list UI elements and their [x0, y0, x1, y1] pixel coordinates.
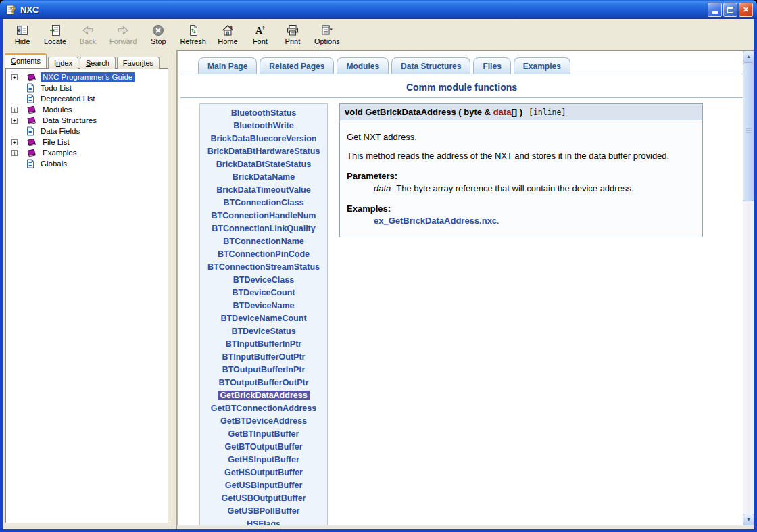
function-link[interactable]: BTInputBufferInPtr	[226, 339, 301, 349]
expand-plus-icon[interactable]	[11, 107, 18, 113]
forward-icon	[117, 24, 129, 37]
function-link[interactable]: BluetoothStatus	[231, 108, 297, 118]
scrollbar-thumb[interactable]	[743, 62, 754, 201]
function-link[interactable]: GetUSBPollBuffer	[228, 506, 300, 516]
hide-button[interactable]: Hide	[8, 23, 36, 47]
function-link[interactable]: BTDeviceNameCount	[220, 314, 306, 323]
function-link[interactable]: BTDeviceClass	[233, 275, 294, 285]
print-icon	[287, 24, 299, 37]
function-link[interactable]: GetBTDeviceAddress	[220, 416, 307, 426]
function-link-list: BluetoothStatus BluetoothWrite BrickData…	[199, 103, 328, 525]
content-pane: Main Page Related Pages Modules Data Str…	[177, 50, 754, 525]
function-link[interactable]: GetBTInputBuffer	[228, 429, 299, 439]
tree-item-label: Globals	[39, 159, 69, 168]
function-link[interactable]: GetHSOutputBuffer	[224, 468, 303, 477]
help-viewer-window: ? NXC ✕ Hide	[0, 0, 757, 532]
content-tab[interactable]: Related Pages	[260, 57, 334, 74]
function-link[interactable]: GetBTConnectionAddress	[211, 404, 316, 413]
font-icon: A	[254, 24, 266, 37]
parameter-name: data	[374, 183, 391, 193]
scroll-up-button[interactable]: ▲	[743, 51, 754, 62]
function-link[interactable]: BTOutputBufferOutPtr	[218, 378, 308, 387]
function-link[interactable]: BTDeviceStatus	[231, 327, 295, 336]
home-button[interactable]: Home	[214, 23, 242, 47]
options-button[interactable]: Options	[311, 23, 343, 47]
print-button[interactable]: Print	[278, 23, 307, 47]
tree-item[interactable]: File List	[6, 137, 168, 147]
book-icon	[26, 138, 36, 147]
book-icon	[26, 105, 36, 114]
expand-plus-icon[interactable]	[11, 74, 18, 80]
parameters-heading: Parameters:	[347, 171, 695, 181]
function-link[interactable]: BrickDataTimeoutValue	[216, 185, 310, 195]
chevron-up-icon: ▲	[746, 54, 751, 59]
function-link[interactable]: BluetoothWrite	[233, 121, 293, 130]
function-link[interactable]: GetUSBOutputBuffer	[222, 493, 306, 503]
stop-icon	[152, 24, 164, 37]
locate-button[interactable]: Locate	[41, 23, 70, 47]
page-icon	[26, 159, 34, 168]
tree-item[interactable]: Data Structures	[6, 115, 168, 126]
content-tab[interactable]: Files	[473, 57, 510, 74]
expand-plus-icon[interactable]	[11, 139, 18, 145]
function-link[interactable]: BrickDataBtHardwareStatus	[207, 147, 320, 156]
maximize-icon	[727, 7, 733, 13]
font-button[interactable]: A Font	[246, 23, 274, 47]
svg-text:A: A	[255, 26, 263, 36]
function-link[interactable]: BrickDataName	[233, 172, 295, 182]
content-tab[interactable]: Modules	[337, 57, 389, 74]
function-link[interactable]: BTOutputBufferInPtr	[222, 365, 306, 374]
stop-button[interactable]: Stop	[144, 23, 172, 47]
tree-item[interactable]: Data Fields	[6, 126, 168, 137]
refresh-button[interactable]: Refresh	[176, 23, 210, 47]
panel-splitter[interactable]	[172, 50, 177, 529]
expand-plus-icon[interactable]	[11, 118, 18, 124]
maximize-button[interactable]	[723, 3, 737, 17]
doc-content: Main Page Related Pages Modules Data Str…	[178, 51, 743, 525]
function-link[interactable]: BTConnectionStreamStatus	[207, 262, 320, 272]
function-link[interactable]: BrickDataBtStateStatus	[216, 160, 311, 169]
vertical-scrollbar[interactable]: ▲ ▼	[743, 51, 754, 525]
tree-item[interactable]: Examples	[6, 147, 168, 158]
tree-item[interactable]: Deprecated List	[6, 93, 168, 104]
forward-button[interactable]: Forward	[106, 23, 140, 47]
function-link[interactable]: BTConnectionName	[223, 237, 303, 246]
window-title: NXC	[20, 5, 708, 15]
tab-index[interactable]: Index	[48, 57, 78, 69]
function-link[interactable]: BTConnectionClass	[224, 198, 304, 208]
tree-item[interactable]: Todo List	[6, 82, 168, 93]
function-detail-box: void GetBrickDataAddress ( byte & data[]…	[339, 103, 703, 237]
back-button[interactable]: Back	[74, 23, 102, 47]
function-link[interactable]: BTInputBufferOutPtr	[222, 352, 306, 362]
content-tab[interactable]: Main Page	[198, 57, 257, 74]
expand-plus-icon[interactable]	[11, 150, 18, 156]
minimize-button[interactable]	[708, 3, 722, 17]
chevron-down-icon: ▼	[746, 517, 751, 522]
function-link[interactable]: GetUSBInputBuffer	[225, 481, 303, 490]
function-link[interactable]: BTDeviceName	[233, 301, 294, 310]
content-tab[interactable]: Examples	[514, 57, 570, 74]
tab-favorites[interactable]: Favorites	[117, 57, 160, 69]
function-link[interactable]: GetHSInputBuffer	[228, 455, 299, 464]
function-link[interactable]: HSFlags	[247, 519, 280, 525]
scroll-down-button[interactable]: ▼	[743, 514, 754, 525]
tab-contents[interactable]: Contents	[5, 53, 47, 68]
page-title: Comm module functions	[180, 82, 743, 93]
function-link[interactable]: GetBTOutputBuffer	[224, 442, 302, 452]
function-link[interactable]: BTDeviceCount	[232, 288, 295, 297]
function-link[interactable]: BTConnectionHandleNum	[212, 211, 316, 220]
tab-search[interactable]: Search	[80, 57, 116, 69]
function-link[interactable]: BTConnectionLinkQuality	[212, 224, 315, 233]
close-button[interactable]: ✕	[739, 3, 753, 17]
tree-item[interactable]: NXC Programmer's Guide	[6, 72, 168, 82]
hide-icon	[16, 24, 28, 37]
tree-item[interactable]: Globals	[6, 158, 168, 169]
example-file-link[interactable]: ex_GetBrickDataAddress.nxc	[374, 216, 497, 226]
titlebar[interactable]: ? NXC ✕	[0, 0, 757, 19]
function-link[interactable]: GetBrickDataAddress	[218, 391, 309, 400]
function-link[interactable]: BTConnectionPinCode	[218, 249, 310, 259]
page-icon	[26, 83, 34, 93]
content-tab[interactable]: Data Structures	[391, 57, 470, 74]
tree-item[interactable]: Modules	[6, 104, 168, 115]
function-link[interactable]: BrickDataBluecoreVersion	[210, 134, 316, 143]
